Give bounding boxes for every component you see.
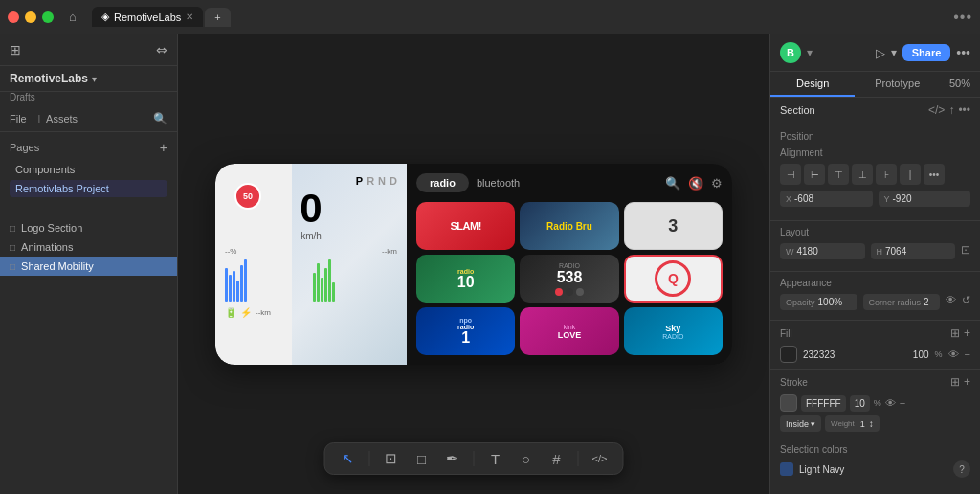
pen-tool-icon[interactable]: ✒	[443, 449, 462, 468]
page-item-components[interactable]: Components	[10, 161, 167, 178]
play-icon[interactable]: ▷	[876, 46, 885, 60]
speaker-card-icon[interactable]: 🔇	[688, 176, 703, 191]
stroke-position-select[interactable]: Inside ▾	[780, 415, 821, 432]
selection-color-swatch[interactable]	[780, 462, 793, 476]
fill-opacity-value: 100	[913, 349, 929, 360]
appearance-title: Appearance	[780, 278, 970, 288]
export-section-icon[interactable]: ↑	[948, 103, 954, 117]
npo1-tile[interactable]: npo radio 1	[416, 307, 515, 355]
rect-tool-icon[interactable]: □	[412, 449, 432, 468]
fill-title: Fill	[780, 328, 792, 339]
stroke-remove-icon[interactable]: −	[900, 397, 905, 409]
fill-remove-icon[interactable]: −	[965, 348, 970, 360]
ellipse-tool-icon[interactable]: ○	[517, 449, 536, 468]
close-button[interactable]	[8, 11, 19, 23]
stroke-grid-icon[interactable]: ⊞	[950, 375, 960, 389]
stroke-visibility-icon[interactable]: 👁	[885, 397, 896, 409]
layer-item-animations[interactable]: □ Animations	[0, 237, 177, 257]
visibility-icon[interactable]: 👁	[946, 294, 956, 310]
more-options-icon[interactable]: •••	[953, 9, 972, 26]
r538-tile[interactable]: RADIO 538	[520, 255, 618, 303]
constrain-icon[interactable]: ⊡	[961, 243, 970, 259]
component-tool-icon[interactable]: #	[547, 449, 567, 468]
npo-sub: npo	[459, 317, 472, 324]
position-section: Position Alignment ⊣ ⊢ ⊤ ⊥ ⊦ | ••• X -60…	[770, 124, 980, 221]
radio10-tile[interactable]: radio 10	[416, 255, 515, 303]
refresh-icon[interactable]: ↺	[962, 294, 970, 310]
align-right-btn[interactable]: ⊤	[828, 164, 849, 185]
file-label[interactable]: File	[10, 113, 27, 124]
user-chevron-icon[interactable]: ▾	[807, 46, 813, 59]
fill-color-swatch[interactable]	[780, 346, 797, 363]
stroke-color-swatch[interactable]	[780, 394, 797, 412]
select-tool-icon[interactable]: ↖	[339, 449, 358, 468]
kink-sub: kink	[564, 324, 575, 330]
active-tab[interactable]: ◈ RemotiveLabs ✕	[92, 7, 203, 27]
stroke-section: Stroke ⊞ + FFFFFF 10 % 👁 − Inside	[770, 370, 980, 438]
home-icon[interactable]: ⌂	[61, 6, 84, 29]
text-tool-icon[interactable]: T	[486, 449, 505, 468]
bluetooth-tab[interactable]: bluetooth	[477, 177, 520, 189]
align-left-btn[interactable]: ⊣	[780, 164, 801, 185]
project-name-row[interactable]: RemotiveLabs ▾	[0, 66, 177, 92]
tab-close-icon[interactable]: ✕	[186, 11, 193, 22]
y-field[interactable]: Y -920	[879, 191, 971, 207]
add-page-icon[interactable]: +	[160, 140, 167, 155]
search-card-icon[interactable]: 🔍	[665, 176, 680, 191]
sky-tile[interactable]: Sky RADIO	[624, 307, 723, 355]
npo3-tile[interactable]: 3	[624, 202, 723, 250]
radio-slam-tile[interactable]: SLAM!	[416, 202, 515, 250]
w-field[interactable]: W 4180	[780, 243, 865, 259]
qmusic-tile[interactable]: Q	[624, 255, 723, 303]
stroke-fields: FFFFFF 10 % 👁 −	[801, 395, 970, 412]
align-bottom-btn[interactable]: |	[900, 164, 921, 185]
stroke-header: Stroke ⊞ +	[780, 375, 970, 389]
kink-tile[interactable]: kink LOVE	[520, 307, 618, 355]
distribute-btn[interactable]: •••	[924, 164, 945, 185]
help-button[interactable]: ?	[953, 460, 970, 478]
share-button[interactable]: Share	[902, 44, 951, 61]
x-field[interactable]: X -608	[780, 191, 873, 207]
code-section-icon[interactable]: </>	[928, 103, 945, 117]
radio-tab[interactable]: radio	[416, 173, 469, 192]
align-center-btn[interactable]: ⊢	[804, 164, 825, 185]
maximize-button[interactable]	[42, 11, 54, 23]
prototype-tab[interactable]: Prototype	[855, 72, 939, 97]
fill-add-icon[interactable]: +	[964, 326, 970, 340]
zoom-level[interactable]: 50%	[940, 72, 980, 97]
top-bar: ⌂ ◈ RemotiveLabs ✕ + •••	[0, 0, 980, 34]
h-field[interactable]: H 7064	[871, 243, 956, 259]
design-tab[interactable]: Design	[770, 72, 855, 97]
layer-item-shared-mobility[interactable]: □ Shared Mobility	[0, 257, 177, 276]
selection-color-row: Light Navy ?	[780, 460, 970, 478]
stroke-title: Stroke	[780, 377, 808, 388]
npo3-label: 3	[668, 216, 678, 236]
minimize-button[interactable]	[25, 11, 36, 23]
page-item-remotivlabs[interactable]: Remotivlabs Project	[10, 180, 167, 197]
assets-label[interactable]: Assets	[46, 113, 78, 124]
code-tool-icon[interactable]: </>	[590, 449, 610, 468]
corner-radius-field[interactable]: Corner radius 2	[863, 294, 941, 310]
more-section-icon[interactable]: •••	[958, 103, 970, 117]
canvas[interactable]: 50 P R N D 0 km/h --% --km	[178, 34, 769, 494]
stroke-add-icon[interactable]: +	[964, 375, 970, 389]
align-middle-btn[interactable]: ⊦	[876, 164, 897, 185]
frame-tool-icon[interactable]: ⊡	[382, 449, 401, 468]
settings-card-icon[interactable]: ⚙	[711, 176, 723, 191]
fill-grid-icon[interactable]: ⊞	[950, 326, 960, 340]
fill-row: 232323 100 % 👁 −	[780, 346, 970, 363]
opacity-field[interactable]: Opacity 100%	[780, 294, 858, 310]
stroke-weight-field[interactable]: Weight 1 ↕	[825, 415, 880, 432]
present-chevron-icon[interactable]: ▾	[891, 46, 897, 59]
sidebar-toggle-icon[interactable]: ⇔	[156, 42, 167, 57]
radio-bru-tile[interactable]: Radio Bru	[520, 202, 618, 250]
layer-item-logo[interactable]: □ Logo Section	[0, 218, 177, 237]
search-icon[interactable]: 🔍	[153, 112, 167, 125]
new-tab[interactable]: +	[205, 8, 230, 27]
more-options-right-icon[interactable]: •••	[956, 45, 970, 60]
stroke-icons: ⊞ +	[950, 375, 970, 389]
fill-visibility-icon[interactable]: 👁	[948, 348, 959, 360]
align-top-btn[interactable]: ⊥	[852, 164, 873, 185]
user-avatar[interactable]: B	[780, 42, 801, 63]
fill-pct-label: %	[935, 349, 943, 359]
